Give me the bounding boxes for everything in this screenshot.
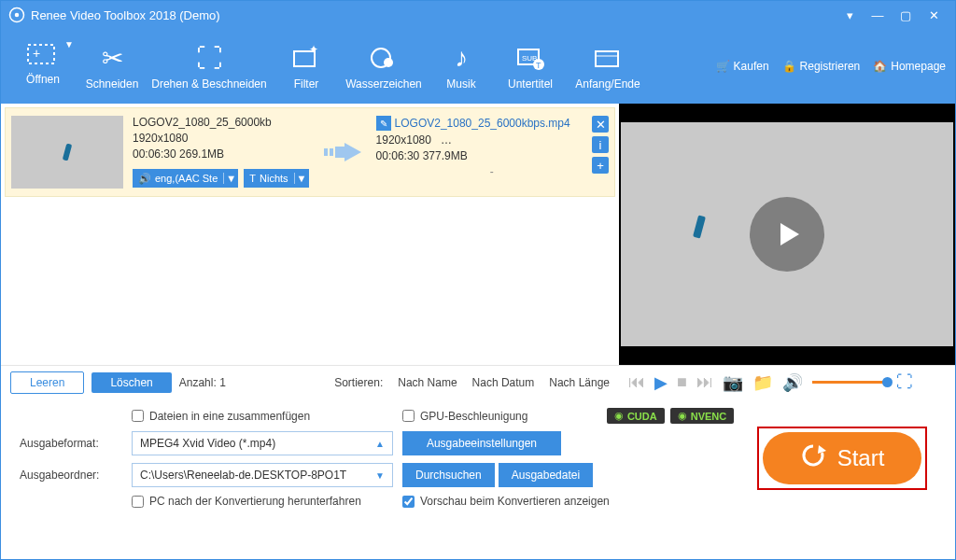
gpu-label: GPU-Beschleunigung xyxy=(420,410,527,423)
gpu-checkbox[interactable]: GPU-Beschleunigung xyxy=(402,410,598,423)
nvenc-badge: ◉ NVENC xyxy=(670,408,735,424)
output-format-label: Ausgabeformat: xyxy=(20,437,122,450)
homepage-label: Homepage xyxy=(891,60,946,73)
startend-button[interactable]: Anfang/Ende xyxy=(567,34,649,99)
app-title: Renee Video Toolbox 2018 (Demo) xyxy=(31,8,220,22)
svg-marker-19 xyxy=(818,445,826,454)
header-links: 🛒Kaufen 🔒Registrieren 🏠Homepage xyxy=(716,60,946,73)
minimize-button[interactable]: ― xyxy=(864,1,892,29)
edit-icon[interactable]: ✎ xyxy=(376,116,391,131)
file-row[interactable]: LOGOV2_1080_25_6000kb 1920x1080 00:06:30… xyxy=(5,107,615,197)
main-area: LOGOV2_1080_25_6000kb 1920x1080 00:06:30… xyxy=(1,104,955,365)
watermark-button[interactable]: Wasserzeichen xyxy=(343,34,425,99)
refresh-icon xyxy=(800,442,826,474)
startend-label: Anfang/Ende xyxy=(575,77,640,91)
remove-item-button[interactable]: ✕ xyxy=(592,116,609,133)
cut-button[interactable]: ✂ Schneiden xyxy=(79,34,145,99)
speaker-icon: 🔊 xyxy=(138,173,151,185)
chevron-down-icon: ▼ xyxy=(375,470,385,481)
chevron-up-icon: ▲ xyxy=(375,439,385,449)
svg-rect-14 xyxy=(324,148,328,156)
sort-group: Sortieren: Nach Name Nach Datum Nach Län… xyxy=(334,376,610,389)
subtitle-icon: SUBT xyxy=(514,42,546,74)
start-button[interactable]: Start xyxy=(763,432,921,484)
volume-slider[interactable] xyxy=(812,381,887,384)
subtitle-selector[interactable]: TNichts ▼ xyxy=(244,169,308,188)
menu-down-icon[interactable]: ▾ xyxy=(836,1,864,29)
svg-text:T: T xyxy=(536,61,541,70)
merge-label: Dateien in eine zusammenfügen xyxy=(149,410,310,423)
output-folder-value: C:\Users\Reneelab-de.DESKTOP-8PO1T xyxy=(140,469,346,482)
register-link[interactable]: 🔒Registrieren xyxy=(782,60,861,73)
merge-checkbox[interactable]: Dateien in eine zusammenfügen xyxy=(132,410,393,423)
sort-by-date[interactable]: Nach Datum xyxy=(472,376,535,389)
preview-checkbox[interactable]: Vorschau beim Konvertieren anzeigen xyxy=(402,495,738,508)
start-label: Start xyxy=(837,445,885,471)
cut-label: Schneiden xyxy=(86,77,139,91)
count-label: Anzahl: 1 xyxy=(179,376,226,389)
preview-panel xyxy=(619,104,955,365)
output-file-button[interactable]: Ausgabedatei xyxy=(499,463,593,487)
subtitle-button[interactable]: SUBT Untertitel xyxy=(498,34,563,99)
filter-button[interactable]: ✦ Filter xyxy=(274,34,339,99)
browse-button[interactable]: Durchsuchen xyxy=(402,463,495,487)
open-button[interactable]: + Öffnen ▼ xyxy=(10,34,76,99)
buy-link[interactable]: 🛒Kaufen xyxy=(716,60,769,73)
clear-button[interactable]: Leeren xyxy=(10,371,84,394)
chevron-down-icon: ▼ xyxy=(64,39,74,49)
app-logo-icon xyxy=(8,7,25,23)
register-label: Registrieren xyxy=(800,60,861,73)
open-folder-button[interactable]: 📁 xyxy=(752,372,773,393)
filter-icon: ✦ xyxy=(290,42,322,74)
svg-rect-16 xyxy=(335,147,344,158)
play-button[interactable]: ▶ xyxy=(654,372,668,393)
music-label: Musik xyxy=(446,77,475,91)
output-settings-button[interactable]: Ausgabeeinstellungen xyxy=(402,431,561,455)
shutdown-checkbox[interactable]: PC nach der Konvertierung herunterfahren xyxy=(132,495,393,508)
source-info: LOGOV2_1080_25_6000kb 1920x1080 00:06:30… xyxy=(133,116,309,189)
audio-tag-label: eng,(AAC Ste xyxy=(155,173,218,184)
snapshot-button[interactable]: 📷 xyxy=(723,372,743,393)
info-item-button[interactable]: i xyxy=(592,136,609,153)
scissors-icon: ✂ xyxy=(102,42,123,74)
subtitle-label: Untertitel xyxy=(508,77,553,91)
stop-button[interactable]: ■ xyxy=(677,372,687,392)
output-folder-label: Ausgabeordner: xyxy=(20,469,122,482)
source-resolution: 1920x1080 xyxy=(133,132,309,145)
list-footer: Leeren Löschen Anzahl: 1 Sortieren: Nach… xyxy=(1,365,619,399)
maximize-button[interactable]: ▢ xyxy=(892,1,920,29)
sort-by-length[interactable]: Nach Länge xyxy=(549,376,610,389)
chevron-down-icon: ▼ xyxy=(294,173,309,184)
music-icon: ♪ xyxy=(455,42,468,74)
svg-text:+: + xyxy=(33,46,40,61)
homepage-link[interactable]: 🏠Homepage xyxy=(873,60,946,73)
destination-resolution: 1920x1080 … xyxy=(376,133,570,147)
rotate-crop-button[interactable]: ⛶ Drehen & Beschneiden xyxy=(148,34,270,99)
bottom-panel: Dateien in eine zusammenfügen GPU-Beschl… xyxy=(1,399,955,521)
delete-button[interactable]: Löschen xyxy=(91,372,171,393)
music-button[interactable]: ♪ Musik xyxy=(429,34,494,99)
output-folder-select[interactable]: C:\Users\Reneelab-de.DESKTOP-8PO1T ▼ xyxy=(132,463,393,487)
close-button[interactable]: ✕ xyxy=(920,1,948,29)
audio-track-selector[interactable]: 🔊eng,(AAC Ste ▼ xyxy=(133,169,238,188)
shutdown-label: PC nach der Konvertierung herunterfahren xyxy=(149,495,361,508)
sub-tag-label: Nichts xyxy=(260,173,288,184)
play-overlay-button[interactable] xyxy=(750,197,824,272)
prev-button[interactable]: ⏮ xyxy=(628,372,645,392)
video-preview[interactable] xyxy=(621,122,953,346)
watermark-icon xyxy=(368,42,400,74)
lock-icon: 🔒 xyxy=(782,60,796,73)
add-item-button[interactable]: + xyxy=(592,157,609,174)
volume-icon[interactable]: 🔊 xyxy=(782,372,803,393)
text-icon: T xyxy=(249,173,256,184)
sort-label: Sortieren: xyxy=(334,376,383,389)
svg-point-7 xyxy=(384,58,393,67)
dash-placeholder: - xyxy=(490,165,494,178)
output-format-select[interactable]: MPEG4 Xvid Video (*.mp4) ▲ xyxy=(132,431,393,455)
svg-point-1 xyxy=(15,13,20,18)
fullscreen-button[interactable]: ⛶ xyxy=(896,372,913,392)
sort-by-name[interactable]: Nach Name xyxy=(398,376,457,389)
next-button[interactable]: ⏭ xyxy=(696,372,713,392)
gpu-badges: ◉ CUDA ◉ NVENC xyxy=(607,408,738,424)
title-bar: Renee Video Toolbox 2018 (Demo) ▾ ― ▢ ✕ xyxy=(1,1,955,29)
